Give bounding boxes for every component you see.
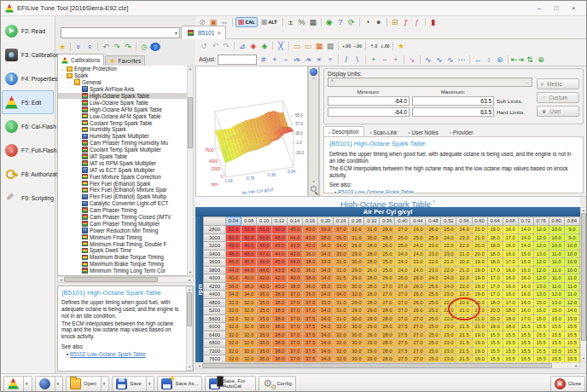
history-icon[interactable]: ◷ xyxy=(139,42,149,52)
table-cell[interactable]: 21.5 xyxy=(456,323,472,331)
table-cell[interactable]: 29.0 xyxy=(349,307,364,315)
table-cell[interactable]: 33.0 xyxy=(318,258,334,267)
table-cell[interactable]: 28.0 xyxy=(364,291,380,299)
table-cell[interactable]: 22.0 xyxy=(456,274,472,283)
slope-down-icon[interactable]: \ xyxy=(352,55,363,65)
table-cell[interactable]: 14.0 xyxy=(518,242,533,251)
table-cell[interactable]: 20.0 xyxy=(472,242,487,251)
favorite-star-icon[interactable]: ★ xyxy=(396,41,406,51)
table-cell[interactable]: 34.0 xyxy=(318,307,334,315)
column-header[interactable]: 0.14 xyxy=(288,217,303,226)
table-cell[interactable]: 32.0 xyxy=(241,331,257,339)
table-cell[interactable]: 23.0 xyxy=(426,266,441,274)
tune-tool-menu-button[interactable]: ▾ xyxy=(3,376,32,392)
table-cell[interactable]: 27.0 xyxy=(410,323,426,331)
table-cell[interactable]: 30.0 xyxy=(349,339,364,348)
table-cell[interactable]: 22.0 xyxy=(426,258,441,267)
table-cell[interactable]: 36.0 xyxy=(303,250,318,258)
table-cell[interactable]: 15.5 xyxy=(564,331,579,339)
column-header[interactable]: 0.24 xyxy=(334,217,349,226)
table-cell[interactable]: 37.0 xyxy=(334,226,349,234)
table-cell[interactable]: 11.0 xyxy=(549,250,564,258)
column-header[interactable]: 0.44 xyxy=(410,217,426,226)
undo-icon[interactable]: ↶ xyxy=(101,42,111,52)
table-cell[interactable]: 17.0 xyxy=(518,314,533,323)
table-cell[interactable]: 18.0 xyxy=(503,314,518,323)
table-cell[interactable]: 31.0 xyxy=(334,298,349,307)
table-cell[interactable]: 32.0 xyxy=(241,339,257,348)
column-header[interactable]: 0.40 xyxy=(395,217,410,226)
combo-dropdown-icon[interactable]: ▾ xyxy=(175,30,177,36)
table-cell[interactable]: 20.0 xyxy=(487,314,503,323)
table-cell[interactable]: 27.0 xyxy=(395,298,410,307)
table-cell[interactable]: 46.0 xyxy=(257,258,272,267)
table-cell[interactable]: 29.0 xyxy=(349,266,364,274)
scroll-right-icon[interactable]: ► xyxy=(573,364,579,368)
table-cell[interactable]: 37.5 xyxy=(303,347,318,355)
table-cell[interactable]: 24.0 xyxy=(441,282,456,291)
divide-icon[interactable]: ÷ xyxy=(325,55,335,65)
table-cell[interactable]: 32.0 xyxy=(334,331,349,339)
table-cell[interactable]: 48.0 xyxy=(257,242,272,251)
table-cell[interactable]: 32.0 xyxy=(241,347,257,355)
table-cell[interactable]: 16.0 xyxy=(503,266,518,274)
table-cell[interactable]: 27.0 xyxy=(395,314,410,323)
table-cell[interactable]: 11.0 xyxy=(549,266,564,274)
table-cell[interactable]: 25.0 xyxy=(426,314,441,323)
table-cell[interactable]: 28.0 xyxy=(364,258,380,267)
scrollbar-thumb[interactable] xyxy=(187,292,192,326)
table-cell[interactable]: 40.0 xyxy=(303,226,318,234)
dropdown-caret-icon[interactable]: ▾ xyxy=(146,377,151,391)
table-cell[interactable]: 29.0 xyxy=(349,298,364,307)
diff-percent-icon[interactable]: % xyxy=(297,17,307,27)
table-cell[interactable]: 31.0 xyxy=(334,266,349,274)
table-cell[interactable]: 30.0 xyxy=(349,314,364,323)
scrollbar-thumb[interactable] xyxy=(581,213,586,341)
table-cell[interactable]: 15.5 xyxy=(518,347,533,355)
table-cell[interactable]: 15.5 xyxy=(503,339,518,348)
table-cell[interactable]: 48.0 xyxy=(226,250,241,258)
save-as-button[interactable]: Save As... xyxy=(157,376,202,392)
table-cell[interactable]: 38.0 xyxy=(272,347,288,355)
table-cell[interactable]: 34.0 xyxy=(318,339,334,348)
flip-both-icon[interactable]: ⊕ xyxy=(495,55,505,65)
table-cell[interactable]: 32.0 xyxy=(349,226,364,234)
table-cell[interactable]: 30.0 xyxy=(349,331,364,339)
panel-splitter-strip[interactable]: ⌃ ⌄ xyxy=(308,66,319,197)
dropdown-caret-icon[interactable]: ▾ xyxy=(101,377,106,391)
table-cell[interactable]: 26.0 xyxy=(395,274,410,283)
table-cell[interactable]: 40.0 xyxy=(303,242,318,251)
table-cell[interactable]: 36.0 xyxy=(257,291,272,299)
scan-tool-menu-button[interactable]: ▾ xyxy=(35,376,64,392)
table-cell[interactable]: 28.0 xyxy=(380,331,395,339)
maximize-button[interactable]: □ xyxy=(548,2,565,15)
row-header[interactable]: 4000 xyxy=(204,274,226,283)
inc-precision-icon[interactable]: ⇡.0 xyxy=(369,41,379,51)
table-cell[interactable]: 14.0 xyxy=(564,307,579,315)
scroll-left-icon[interactable]: ◄ xyxy=(58,278,64,282)
alt-view-button[interactable]: ▦ALT xyxy=(259,17,280,27)
tree-item[interactable]: Cam Phaser Timing xyxy=(58,207,193,214)
table-cell[interactable]: 30.0 xyxy=(349,282,364,291)
table-cell[interactable]: 16.0 xyxy=(503,274,518,283)
fx-red-icon[interactable]: ƒ xyxy=(401,17,411,27)
table-cell[interactable]: 27.0 xyxy=(410,331,426,339)
tab-favorites[interactable]: ★Favorites xyxy=(105,55,145,66)
chart-view-icon[interactable]: ⊿ xyxy=(237,41,247,51)
book-icon[interactable]: ▮ xyxy=(428,17,439,27)
table-cell[interactable]: 32.0 xyxy=(334,282,349,291)
custom-button[interactable]: ☞Custom xyxy=(537,92,579,103)
table-cell[interactable]: 36.0 xyxy=(303,282,318,291)
table-cell[interactable]: 21.0 xyxy=(456,266,472,274)
table-cell[interactable]: 35.0 xyxy=(257,331,272,339)
table-cell[interactable]: 26.0 xyxy=(410,226,426,234)
table-cell[interactable]: 24.0 xyxy=(410,266,426,274)
tree-expander-icon[interactable]: › xyxy=(60,73,65,78)
chevron-down-icon[interactable]: ⌄ xyxy=(311,179,316,183)
table-cell[interactable]: 27.0 xyxy=(410,339,426,348)
table-cell[interactable]: 30.0 xyxy=(364,233,380,242)
row-header[interactable]: 3200 xyxy=(204,242,226,251)
table-cell[interactable]: 32.0 xyxy=(226,355,241,363)
table-cell[interactable]: 16.0 xyxy=(503,250,518,258)
row-header[interactable]: 6800 xyxy=(204,339,226,348)
